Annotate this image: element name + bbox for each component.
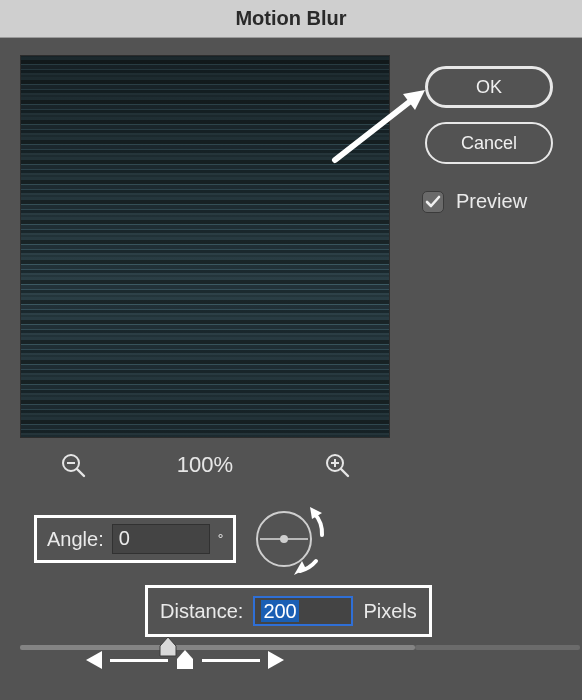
svg-marker-11 — [86, 651, 102, 669]
preview-image — [21, 56, 389, 437]
angle-dial[interactable] — [256, 505, 324, 573]
cancel-button[interactable]: Cancel — [425, 122, 553, 164]
distance-value: 200 — [261, 600, 298, 622]
check-icon — [425, 194, 441, 210]
dial-arrows-icon — [256, 505, 326, 575]
thumb-marker-icon — [176, 650, 194, 670]
ok-button-label: OK — [476, 77, 502, 98]
preview-label: Preview — [456, 190, 527, 213]
angle-unit: ° — [218, 531, 224, 547]
dialog-title: Motion Blur — [235, 7, 346, 30]
distance-label: Distance: — [160, 600, 243, 623]
angle-label: Angle: — [47, 528, 104, 551]
zoom-out-icon[interactable] — [60, 452, 86, 478]
ok-button[interactable]: OK — [425, 66, 553, 108]
distance-unit: Pixels — [363, 600, 416, 623]
svg-line-6 — [341, 469, 348, 476]
preview-canvas[interactable] — [20, 55, 390, 438]
preview-checkbox[interactable] — [422, 191, 444, 213]
svg-line-3 — [77, 469, 84, 476]
angle-value: 0 — [119, 527, 130, 549]
annotation-double-arrow-icon — [86, 650, 284, 670]
distance-input[interactable]: 200 — [253, 596, 353, 626]
dialog-titlebar: Motion Blur — [0, 0, 582, 38]
svg-marker-12 — [268, 651, 284, 669]
zoom-level: 100% — [177, 452, 233, 478]
angle-highlight: Angle: 0 ° — [34, 515, 236, 563]
zoom-in-icon[interactable] — [324, 452, 350, 478]
angle-input[interactable]: 0 — [112, 524, 210, 554]
cancel-button-label: Cancel — [461, 133, 517, 154]
distance-highlight: Distance: 200 Pixels — [145, 585, 432, 637]
